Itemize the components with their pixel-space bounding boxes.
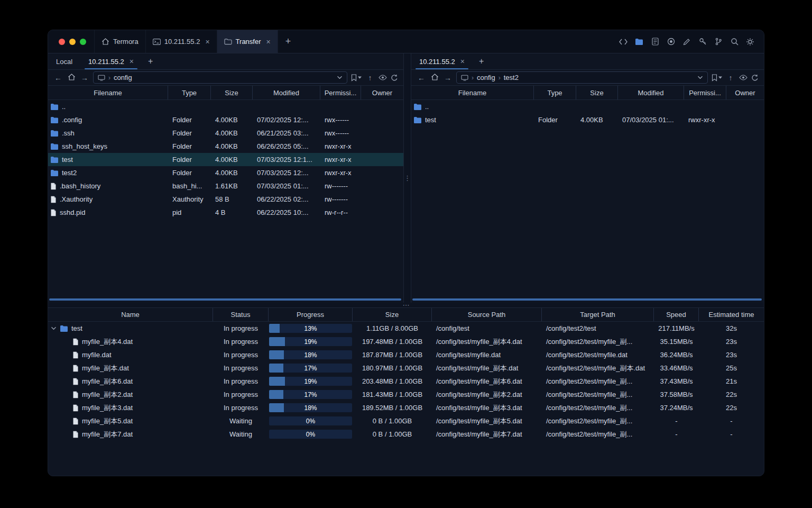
file-row[interactable]: ..: [48, 100, 403, 113]
column-header-permissi[interactable]: Permissi...: [684, 86, 726, 99]
upload-button[interactable]: ↑: [365, 74, 375, 81]
code-icon[interactable]: [617, 35, 630, 48]
transfer-column-header-name[interactable]: Name: [48, 308, 213, 321]
tab-close-icon[interactable]: ×: [130, 58, 134, 65]
search-icon[interactable]: [728, 35, 741, 48]
transfer-row[interactable]: myfile_副本.datIn progress17%180.97MB / 1.…: [48, 361, 764, 375]
path-breadcrumb[interactable]: ›config›test2: [456, 71, 708, 84]
transfer-row[interactable]: myfile.datIn progress18%187.87MB / 1.00G…: [48, 348, 764, 361]
column-header-owner[interactable]: Owner: [361, 86, 403, 99]
forward-button[interactable]: →: [80, 74, 89, 81]
transfer-column-header-estimated-time[interactable]: Estimated time: [699, 308, 764, 321]
chevron-down-icon[interactable]: [697, 76, 703, 79]
file-cell-type: pid: [168, 208, 211, 216]
new-tab-button[interactable]: +: [278, 30, 299, 53]
pane-tab-10-211-55-2[interactable]: 10.211.55.2×: [411, 53, 473, 69]
tab-close-icon[interactable]: ×: [266, 38, 271, 46]
transfer-row[interactable]: myfile_副本3.datIn progress18%189.52MB / 1…: [48, 401, 764, 414]
vertical-splitter[interactable]: ⋮: [403, 53, 411, 303]
file-row[interactable]: .XauthorityXauthority58 B06/22/2025 02:.…: [48, 193, 403, 206]
progress-bar: 13%: [269, 324, 352, 333]
forward-button[interactable]: →: [443, 74, 453, 81]
transfer-row[interactable]: myfile_副本4.datIn progress19%197.48MB / 1…: [48, 335, 764, 348]
path-breadcrumb[interactable]: ›config: [93, 71, 347, 84]
file-row[interactable]: testFolder4.00KB07/03/2025 12:1...rwxr-x…: [48, 153, 403, 166]
transfer-row[interactable]: myfile_副本7.datWaiting0%0 B / 1.00GB/conf…: [48, 428, 764, 441]
breadcrumb-item[interactable]: config: [477, 74, 495, 81]
log-icon[interactable]: [649, 35, 661, 48]
app-tab-transfer[interactable]: Transfer×: [217, 30, 278, 53]
tab-close-icon[interactable]: ×: [205, 38, 209, 46]
breadcrumb-item[interactable]: config: [114, 74, 132, 81]
upload-button[interactable]: ↑: [726, 74, 735, 81]
transfer-column-header-progress[interactable]: Progress: [269, 308, 353, 321]
bookmark-icon[interactable]: [351, 74, 362, 81]
transfer-column-header-source-path[interactable]: Source Path: [432, 308, 542, 321]
progress-percent-label: 17%: [269, 364, 352, 373]
pane-tab-10-211-55-2[interactable]: 10.211.55.2×: [80, 53, 142, 69]
tab-close-icon[interactable]: ×: [460, 58, 465, 65]
close-window-button[interactable]: [59, 39, 65, 45]
file-cell-permissi: rw-r--r--: [320, 208, 361, 216]
back-button[interactable]: ←: [53, 74, 63, 81]
transfer-column-header-speed[interactable]: Speed: [654, 308, 699, 321]
column-header-filename[interactable]: Filename: [48, 86, 168, 99]
file-row[interactable]: .bash_historybash_hi...1.61KB07/03/2025 …: [48, 179, 403, 193]
back-button[interactable]: ←: [417, 74, 426, 81]
zoom-window-button[interactable]: [80, 39, 86, 45]
transfer-row[interactable]: myfile_副本6.datIn progress19%203.48MB / 1…: [48, 375, 764, 388]
file-row[interactable]: testFolder4.00KB07/03/2025 01:...rwxr-xr…: [411, 113, 764, 126]
file-row[interactable]: ..: [411, 100, 764, 113]
column-header-size[interactable]: Size: [211, 86, 253, 99]
file-cell-size: 1.61KB: [211, 182, 253, 190]
refresh-icon[interactable]: [751, 74, 759, 81]
preview-icon[interactable]: [739, 75, 748, 80]
new-pane-tab-button[interactable]: +: [473, 53, 490, 69]
transfer-cell-size: 1.11GB / 8.00GB: [353, 324, 432, 332]
home-button[interactable]: [67, 74, 76, 81]
chevron-down-icon[interactable]: [50, 326, 57, 330]
bookmark-icon[interactable]: [712, 74, 722, 81]
transfer-row[interactable]: myfile_副本5.datWaiting0%0 B / 1.00GB/conf…: [48, 414, 764, 428]
record-icon[interactable]: [665, 35, 677, 48]
app-tab-termora[interactable]: Termora: [94, 30, 146, 53]
horizontal-splitter[interactable]: ⋯: [48, 303, 764, 308]
transfer-cell-source-path: /config/test/myfile_副本7.dat: [432, 430, 542, 439]
column-header-modified[interactable]: Modified: [618, 86, 684, 99]
home-button[interactable]: [430, 74, 439, 81]
column-header-permissi[interactable]: Permissi...: [320, 86, 361, 99]
column-header-filename[interactable]: Filename: [411, 86, 534, 99]
file-row[interactable]: ssh_host_keysFolder4.00KB06/26/2025 05:.…: [48, 140, 403, 153]
pane-tab-local[interactable]: Local: [48, 53, 80, 69]
breadcrumb-item[interactable]: test2: [504, 74, 519, 81]
transfer-cell-estimated-time: 23s: [699, 351, 764, 359]
edit-icon[interactable]: [680, 35, 693, 48]
column-header-type[interactable]: Type: [168, 86, 211, 99]
horizontal-scrollbar[interactable]: [49, 298, 401, 301]
column-header-size[interactable]: Size: [576, 86, 618, 99]
refresh-icon[interactable]: [391, 74, 398, 81]
horizontal-scrollbar[interactable]: [412, 298, 762, 301]
column-header-owner[interactable]: Owner: [726, 86, 764, 99]
column-header-modified[interactable]: Modified: [253, 86, 320, 99]
transfer-column-header-status[interactable]: Status: [213, 308, 269, 321]
breadcrumb-separator: ›: [472, 74, 474, 81]
new-pane-tab-button[interactable]: +: [142, 53, 159, 69]
file-row[interactable]: sshd.pidpid4 B06/22/2025 10:...rw-r--r--: [48, 206, 403, 219]
file-row[interactable]: .configFolder4.00KB07/02/2025 12:...rwx-…: [48, 113, 403, 126]
file-row[interactable]: test2Folder4.00KB07/03/2025 12:...rwxr-x…: [48, 166, 403, 179]
file-row[interactable]: .sshFolder4.00KB06/21/2025 03:...rwx----…: [48, 126, 403, 140]
transfer-column-header-target-path[interactable]: Target Path: [542, 308, 654, 321]
chevron-down-icon[interactable]: [337, 76, 343, 79]
transfer-row[interactable]: myfile_副本2.datIn progress17%181.43MB / 1…: [48, 388, 764, 401]
preview-icon[interactable]: [379, 75, 387, 80]
app-tab-10-211-55-2[interactable]: 10.211.55.2×: [145, 30, 217, 53]
folder-icon[interactable]: [633, 35, 645, 48]
transfer-row[interactable]: testIn progress13%1.11GB / 8.00GB/config…: [48, 322, 764, 335]
settings-icon[interactable]: [744, 35, 756, 48]
key-icon[interactable]: [696, 35, 709, 48]
column-header-type[interactable]: Type: [534, 86, 576, 99]
branch-icon[interactable]: [712, 35, 725, 48]
transfer-column-header-size[interactable]: Size: [353, 308, 432, 321]
minimize-window-button[interactable]: [69, 39, 76, 45]
